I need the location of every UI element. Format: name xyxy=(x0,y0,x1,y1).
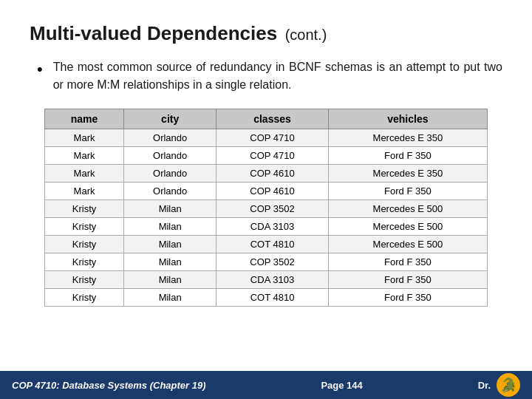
table-cell: Mark xyxy=(45,183,124,200)
table-cell: COP 4710 xyxy=(216,129,329,147)
table-cell: Ford F 350 xyxy=(328,183,487,200)
table-cell: COP 4610 xyxy=(216,165,329,183)
bullet-section: • The most common source of redundancy i… xyxy=(30,58,502,94)
slide-title: Multi-valued Dependencies xyxy=(30,22,277,44)
table-cell: COP 4710 xyxy=(216,147,329,165)
table-cell: Milan xyxy=(124,253,216,271)
table-row: MarkOrlandoCOP 4610Mercedes E 350 xyxy=(45,165,488,183)
table-cell: Kristy xyxy=(45,271,124,289)
table-cell: COT 4810 xyxy=(216,236,329,253)
table-cell: Mercedes E 500 xyxy=(328,236,487,253)
table-cell: COP 3502 xyxy=(216,253,329,271)
table-cell: Mark xyxy=(45,147,124,165)
table-cell: Kristy xyxy=(45,236,124,253)
table-cell: Ford F 350 xyxy=(328,271,487,289)
table-cell: Milan xyxy=(124,218,216,236)
table-cell: Ford F 350 xyxy=(328,147,487,165)
bullet-text: The most common source of redundancy in … xyxy=(53,58,502,94)
table-row: MarkOrlandoCOP 4610Ford F 350 xyxy=(45,183,488,200)
table-row: KristyMilanCDA 3103Ford F 350 xyxy=(45,271,488,289)
table-cell: Mercedes E 500 xyxy=(328,200,487,218)
table-cell: Mercedes E 350 xyxy=(328,129,487,147)
table-cell: Milan xyxy=(124,200,216,218)
table-cell: Ford F 350 xyxy=(328,289,487,307)
table-row: MarkOrlandoCOP 4710Mercedes E 350 xyxy=(45,129,488,147)
table-row: KristyMilanCOP 3502Ford F 350 xyxy=(45,253,488,271)
table-cell: Orlando xyxy=(124,147,216,165)
table-cell: COT 4810 xyxy=(216,289,329,307)
footer-right: Dr. 🐊 xyxy=(478,373,520,397)
table-cell: Kristy xyxy=(45,289,124,307)
table-cell: Kristy xyxy=(45,200,124,218)
table-row: KristyMilanCOT 4810Mercedes E 500 xyxy=(45,236,488,253)
table-header-row: name city classes vehicles xyxy=(45,109,488,129)
col-header-name: name xyxy=(45,109,124,129)
table-body: MarkOrlandoCOP 4710Mercedes E 350MarkOrl… xyxy=(45,129,488,307)
table-row: KristyMilanCOP 3502Mercedes E 500 xyxy=(45,200,488,218)
table-cell: CDA 3103 xyxy=(216,218,329,236)
table-cell: COP 3502 xyxy=(216,200,329,218)
footer-course: COP 4710: Database Systems (Chapter 19) xyxy=(12,380,206,391)
footer-dr: Dr. xyxy=(478,380,491,391)
table-cell: Milan xyxy=(124,271,216,289)
table-row: MarkOrlandoCOP 4710Ford F 350 xyxy=(45,147,488,165)
slide-title-cont: (cont.) xyxy=(285,27,327,43)
table-cell: Kristy xyxy=(45,253,124,271)
bullet-point: • xyxy=(37,58,43,81)
table-cell: Orlando xyxy=(124,165,216,183)
table-cell: Milan xyxy=(124,236,216,253)
table-row: KristyMilanCDA 3103Mercedes E 500 xyxy=(45,218,488,236)
gator-icon: 🐊 xyxy=(497,373,520,397)
table-cell: Orlando xyxy=(124,129,216,147)
table-cell: Ford F 350 xyxy=(328,253,487,271)
table-cell: CDA 3103 xyxy=(216,271,329,289)
col-header-vehicles: vehicles xyxy=(328,109,487,129)
footer: COP 4710: Database Systems (Chapter 19) … xyxy=(0,371,532,399)
data-table: name city classes vehicles MarkOrlandoCO… xyxy=(44,109,488,307)
table-cell: Orlando xyxy=(124,183,216,200)
table-cell: Kristy xyxy=(45,218,124,236)
table-cell: Mercedes E 500 xyxy=(328,218,487,236)
table-cell: Milan xyxy=(124,289,216,307)
table-cell: COP 4610 xyxy=(216,183,329,200)
slide-container: Multi-valued Dependencies (cont.) • The … xyxy=(0,0,532,399)
table-cell: Mark xyxy=(45,165,124,183)
col-header-city: city xyxy=(124,109,216,129)
table-cell: Mercedes E 350 xyxy=(328,165,487,183)
col-header-classes: classes xyxy=(216,109,329,129)
table-wrapper: name city classes vehicles MarkOrlandoCO… xyxy=(44,109,488,307)
table-row: KristyMilanCOT 4810Ford F 350 xyxy=(45,289,488,307)
table-cell: Mark xyxy=(45,129,124,147)
title-area: Multi-valued Dependencies (cont.) xyxy=(30,22,502,45)
footer-page: Page 144 xyxy=(321,380,362,391)
